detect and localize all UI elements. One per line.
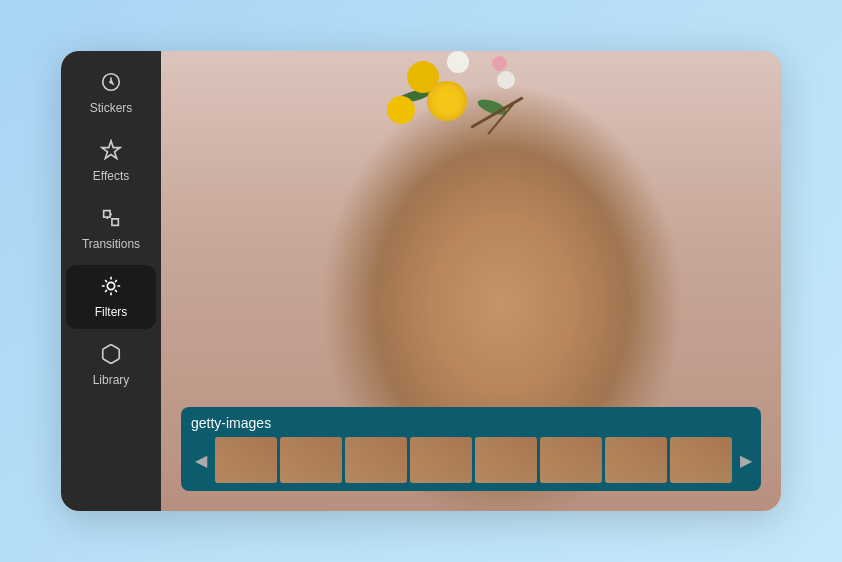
svg-point-2 <box>107 282 114 289</box>
main-content: getty-images ◀ ▶ <box>161 51 781 511</box>
stickers-icon <box>100 71 122 97</box>
library-icon <box>100 343 122 369</box>
filmstrip-prev-button[interactable]: ◀ <box>191 451 211 470</box>
sidebar-item-filters[interactable]: Filters <box>66 265 156 329</box>
sidebar-item-transitions[interactable]: Transitions <box>66 197 156 261</box>
filmstrip-next-button[interactable]: ▶ <box>736 451 756 470</box>
svg-point-1 <box>109 80 113 84</box>
sidebar-item-stickers-label: Stickers <box>90 101 133 115</box>
film-thumb-7[interactable] <box>605 437 667 483</box>
app-container: Stickers Effects Transitions Filters <box>61 51 781 511</box>
film-thumb-6[interactable] <box>540 437 602 483</box>
sidebar-item-stickers[interactable]: Stickers <box>66 61 156 125</box>
sidebar-item-effects-label: Effects <box>93 169 129 183</box>
filters-icon <box>100 275 122 301</box>
sidebar-item-effects[interactable]: Effects <box>66 129 156 193</box>
filmstrip: ◀ ▶ <box>191 437 751 483</box>
sidebar-item-library[interactable]: Library <box>66 333 156 397</box>
film-thumb-3[interactable] <box>345 437 407 483</box>
sidebar-item-filters-label: Filters <box>95 305 128 319</box>
transitions-icon <box>100 207 122 233</box>
film-thumbnails <box>215 437 732 483</box>
timeline-bar: getty-images ◀ ▶ <box>181 407 761 491</box>
film-thumb-4[interactable] <box>410 437 472 483</box>
film-thumb-5[interactable] <box>475 437 537 483</box>
timeline-label: getty-images <box>191 415 751 431</box>
sidebar-item-library-label: Library <box>93 373 130 387</box>
film-thumb-2[interactable] <box>280 437 342 483</box>
film-thumb-8[interactable] <box>670 437 732 483</box>
film-thumb-1[interactable] <box>215 437 277 483</box>
sidebar: Stickers Effects Transitions Filters <box>61 51 161 511</box>
effects-icon <box>100 139 122 165</box>
sidebar-item-transitions-label: Transitions <box>82 237 140 251</box>
